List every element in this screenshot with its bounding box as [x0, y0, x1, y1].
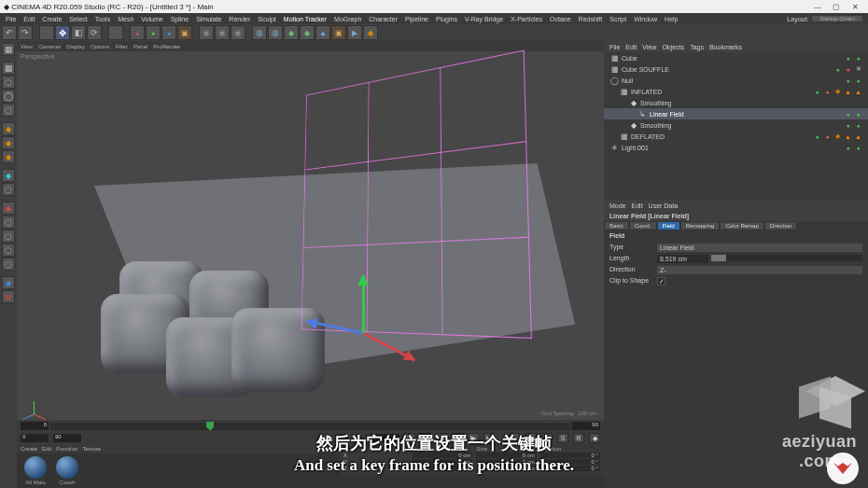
- tree-row[interactable]: ✳Light.001●●: [604, 142, 868, 153]
- go-end-button[interactable]: ▶|: [483, 433, 495, 443]
- locked-workplane-button[interactable]: [2, 244, 15, 257]
- objmgr-menu-view[interactable]: View: [642, 44, 656, 50]
- menu-spline[interactable]: Spline: [171, 16, 189, 22]
- snap-toggle-button[interactable]: [2, 202, 15, 215]
- viewport-nav-gizmo[interactable]: [22, 390, 47, 414]
- menu-mesh[interactable]: Mesh: [118, 16, 133, 22]
- step-back-button[interactable]: ◀|: [420, 433, 431, 443]
- range-end-field[interactable]: 90: [53, 434, 81, 442]
- object-tag-icon[interactable]: ●: [833, 65, 842, 74]
- coord-value-field[interactable]: 0 cm: [413, 453, 472, 458]
- attr-tab-remapping[interactable]: Remapping: [680, 221, 721, 230]
- texture-mode-button[interactable]: [2, 90, 15, 103]
- material-swatch[interactable]: All Mats: [22, 456, 49, 485]
- axis-x-lock[interactable]: [130, 25, 145, 40]
- coord-value-field[interactable]: 0 cm: [476, 466, 536, 471]
- viewport-menu-display[interactable]: Display: [66, 44, 85, 49]
- material-menu-texture[interactable]: Texture: [82, 446, 101, 452]
- add-camera-button[interactable]: [347, 25, 362, 40]
- object-tag-icon[interactable]: ●: [854, 144, 862, 152]
- step-forward-button[interactable]: |▶: [468, 433, 479, 443]
- viewport-menu-cameras[interactable]: Cameras: [38, 44, 61, 49]
- magnet-tool-button[interactable]: [2, 290, 15, 303]
- object-tag-icon[interactable]: ●: [844, 144, 852, 152]
- move-tool[interactable]: [55, 25, 70, 40]
- object-mode-button[interactable]: [2, 76, 15, 89]
- layout-dropdown[interactable]: Startup (User): [812, 16, 862, 21]
- object-tag-icon[interactable]: ●: [823, 132, 832, 141]
- object-tag-icon[interactable]: ●: [844, 54, 852, 63]
- coord-value-field[interactable]: 0 cm: [413, 466, 472, 471]
- attr-direction-dropdown[interactable]: Z-: [657, 266, 862, 274]
- timeline-end-field[interactable]: 90: [572, 422, 600, 430]
- workplane-mode-button[interactable]: [2, 104, 15, 117]
- tree-row[interactable]: ↳Linear Field●●: [604, 108, 868, 119]
- recent-tool[interactable]: [108, 25, 123, 40]
- material-menu-edit[interactable]: Edit: [42, 446, 51, 452]
- live-select-tool[interactable]: [39, 25, 54, 40]
- coord-value-field[interactable]: 0 °: [540, 459, 600, 465]
- workplane-button[interactable]: [2, 230, 15, 243]
- attr-tab-coord-[interactable]: Coord.: [629, 221, 657, 230]
- minimize-button[interactable]: —: [808, 3, 827, 11]
- menu-edit[interactable]: Edit: [23, 16, 35, 22]
- timeline-start-field[interactable]: 0: [21, 422, 49, 430]
- material-swatch[interactable]: Couch: [54, 456, 80, 485]
- key-pla-toggle[interactable]: ◆: [589, 433, 600, 443]
- tree-row[interactable]: ▦DEFLATED●●◆▲▲: [604, 131, 868, 142]
- go-start-button[interactable]: |◀: [404, 433, 415, 443]
- axis-mode-button[interactable]: [2, 169, 15, 182]
- menu-file[interactable]: File: [6, 16, 16, 22]
- record-key-button[interactable]: ●: [510, 433, 521, 443]
- add-primitive-button[interactable]: [252, 25, 267, 40]
- object-tag-icon[interactable]: ●: [813, 132, 821, 141]
- menu-pipeline[interactable]: Pipeline: [405, 16, 428, 22]
- add-surface-button[interactable]: [300, 25, 315, 40]
- autokey-button[interactable]: ◯: [525, 433, 537, 443]
- attr-length-slider[interactable]: [711, 255, 862, 261]
- object-tag-icon[interactable]: ✕: [854, 65, 862, 74]
- add-generator-button[interactable]: [284, 25, 299, 40]
- menu-volume[interactable]: Volume: [141, 16, 162, 22]
- tree-row[interactable]: ▦Cube●●: [604, 52, 868, 63]
- viewport-menu-view[interactable]: View: [21, 44, 33, 49]
- coord-value-field[interactable]: 0 cm: [476, 453, 536, 458]
- material-menu-create[interactable]: Create: [21, 446, 37, 452]
- play-back-button[interactable]: ◀: [436, 433, 447, 443]
- object-tag-icon[interactable]: ●: [854, 121, 862, 130]
- menu-octane[interactable]: Octane: [550, 16, 571, 22]
- attr-length-field[interactable]: 8.519 cm: [657, 255, 708, 263]
- render-region-button[interactable]: [215, 25, 230, 40]
- key-rotation-toggle[interactable]: R: [573, 433, 584, 443]
- perspective-viewport[interactable]: Perspective Grid Spacing : 100 cm: [17, 51, 604, 420]
- attr-clip-checkbox[interactable]: ✓: [657, 277, 665, 286]
- menu-select[interactable]: Select: [69, 16, 87, 22]
- attrmgr-menu-user-data[interactable]: User Data: [649, 202, 679, 209]
- undo-button[interactable]: [2, 25, 17, 40]
- menu-plugins[interactable]: Plugins: [436, 16, 457, 22]
- tree-row[interactable]: ◆Smoothing: [604, 97, 868, 108]
- range-start-field[interactable]: 0: [21, 434, 49, 442]
- object-tag-icon[interactable]: ●: [844, 77, 852, 85]
- add-spline-button[interactable]: [268, 25, 283, 40]
- menu-window[interactable]: Window: [634, 16, 657, 22]
- attrmgr-menu-edit[interactable]: Edit: [632, 202, 643, 209]
- add-deformer-button[interactable]: [315, 25, 330, 40]
- attr-tab-color-remap[interactable]: Color Remap: [720, 221, 763, 230]
- viewport-menu-options[interactable]: Options: [91, 44, 110, 49]
- snap-settings-button[interactable]: [2, 216, 15, 229]
- render-settings-button[interactable]: [231, 25, 245, 40]
- tree-row[interactable]: ◯Null●●: [604, 75, 868, 86]
- tree-row[interactable]: ▦INFLATED●●◆▲▲: [604, 86, 868, 97]
- soft-selection-button[interactable]: [2, 276, 15, 289]
- tree-row[interactable]: ◆Smoothing●●: [604, 119, 868, 131]
- gizmo-y-axis[interactable]: [362, 275, 365, 333]
- key-position-toggle[interactable]: P: [541, 433, 553, 443]
- menu-redshift[interactable]: Redshift: [579, 16, 603, 22]
- viewport-menu-panel[interactable]: Panel: [133, 44, 147, 49]
- attr-tab-basic[interactable]: Basic: [604, 221, 629, 230]
- close-button[interactable]: ✕: [846, 3, 864, 11]
- menu-motion-tracker[interactable]: Motion Tracker: [284, 16, 327, 22]
- menu-mograph[interactable]: MoGraph: [334, 16, 361, 22]
- material-menu-function[interactable]: Function: [56, 446, 77, 452]
